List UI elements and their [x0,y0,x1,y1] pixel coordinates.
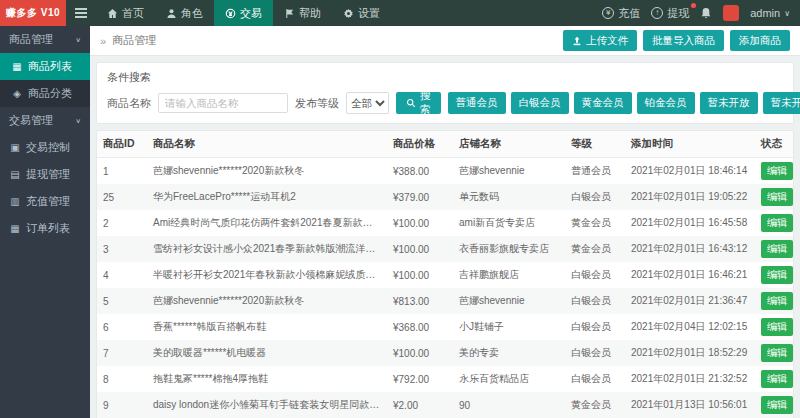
breadcrumb-bar: » 商品管理 上传文件 批量导入商品 添加商品 [90,26,800,56]
product-price: ¥368.00 [387,314,453,340]
sidebar-item[interactable]: 交易管理∨ [0,107,90,134]
product-price: ¥379.00 [387,184,453,210]
member-level: 白银会员 [565,184,625,210]
sidebar-item[interactable]: ▦订单列表 [0,215,90,242]
product-name: daisy london迷你小雏菊耳钉手链套装女明星同款项链吊坠七夕礼物套装 [147,392,387,418]
column-header: 添加时间 [625,131,755,158]
created-time: 2021年02月01日 19:05:22 [625,184,755,210]
row-actions: 编辑删除 [755,184,793,210]
row-actions: 编辑删除 [755,288,793,314]
column-header: 商品名称 [147,131,387,158]
quick-filter-button[interactable]: 暂未开放 [700,92,758,114]
nav-item-label: 角色 [181,6,203,21]
product-id: 3 [97,236,147,262]
edit-button[interactable]: 编辑 [761,214,793,232]
row-actions: 编辑删除 [755,158,793,185]
quick-filter-button[interactable]: 铂金会员 [637,92,695,114]
app-logo: 赚多多 V10 [0,0,66,26]
store-name: ami新百货专卖店 [453,210,565,236]
product-name: 芭娜shevennie******2020新款秋冬 [147,158,387,185]
quick-filters: 普通会员白银会员黄金会员铂金会员暂未开放暂未开放 [448,92,800,114]
product-name: 拖鞋鬼冢*****棉拖4厚拖鞋 [147,366,387,392]
column-header: 等级 [565,131,625,158]
sidebar-item[interactable]: ▦商品列表 [0,53,90,80]
created-time: 2021年02月01日 16:43:12 [625,236,755,262]
nav-item-home[interactable]: 首页 [96,0,155,26]
chevron-down-icon: ∨ [75,36,81,43]
chevron-down-icon: ∨ [75,117,81,124]
member-level: 黄金会员 [565,392,625,418]
content: 条件搜索 商品名称 发布等级 全部 搜 索 普通会员白银会员黄金会员铂金会员暂未… [90,56,800,418]
menu-item-icon: ▦ [11,61,23,72]
menu-item-icon: ◈ [11,88,23,99]
sidebar-item-label: 订单列表 [26,221,70,236]
store-name: 衣香丽影旗舰专卖店 [453,236,565,262]
member-level: 白银会员 [565,288,625,314]
edit-button[interactable]: 编辑 [761,240,793,258]
upload-file-button[interactable]: 上传文件 [563,30,637,51]
breadcrumb: 商品管理 [112,33,156,48]
gear-icon [343,8,354,19]
created-time: 2021年01月13日 10:56:01 [625,392,755,418]
bell-icon[interactable] [700,7,712,19]
sidebar-item[interactable]: ▣交易控制 [0,134,90,161]
edit-button[interactable]: 编辑 [761,318,793,336]
row-actions: 编辑删除 [755,340,793,366]
search-row: 商品名称 发布等级 全部 搜 索 普通会员白银会员黄金会员铂金会员暂未开放暂未开… [107,92,783,114]
publish-level-label: 发布等级 [295,96,339,111]
quick-filter-button[interactable]: 普通会员 [448,92,506,114]
product-name: Ami经典时尚气质印花仿两件套斜2021春夏新款短款上衣薄 [147,210,387,236]
sidebar-item[interactable]: ▤提现管理 [0,161,90,188]
product-price: ¥388.00 [387,158,453,185]
column-header: 状态 [755,131,793,158]
sidebar-item[interactable]: ▥充值管理 [0,188,90,215]
sidebar-item[interactable]: ◈商品分类 [0,80,90,107]
add-product-button[interactable]: 添加商品 [730,30,790,51]
page-actions: 上传文件 批量导入商品 添加商品 [563,30,790,51]
edit-button[interactable]: 编辑 [761,292,793,310]
store-name: 单元数码 [453,184,565,210]
nav-item-trade[interactable]: 交易 [214,0,273,26]
nav-item-help[interactable]: 帮助 [273,0,332,26]
user-menu[interactable]: admin ∨ [750,7,790,19]
product-name: 半暖衬衫开衫女2021年春秋新款小领棉麻妮绒质外翻长袖毛上衣女 [147,262,387,288]
nav-item-label: 首页 [122,6,144,21]
member-level: 白银会员 [565,314,625,340]
row-actions: 编辑删除 [755,262,793,288]
withdraw-link[interactable]: ↑ 提现 [651,6,689,21]
product-name-label: 商品名称 [107,96,151,111]
topbar: 赚多多 V10 首页角色交易帮助设置 ¥ 充值 ↑ 提现 admin ∨ [0,0,800,26]
user-avatar[interactable] [723,5,739,21]
edit-button[interactable]: 编辑 [761,188,793,206]
row-actions: 编辑删除 [755,392,793,418]
row-actions: 编辑删除 [755,236,793,262]
edit-button[interactable]: 编辑 [761,370,793,388]
edit-button[interactable]: 编辑 [761,396,793,414]
quick-filter-button[interactable]: 白银会员 [511,92,569,114]
member-level: 白银会员 [565,262,625,288]
search-button[interactable]: 搜 索 [396,92,441,114]
recharge-link[interactable]: ¥ 充值 [602,6,640,21]
table-row: 7美的取暖器******机电暖器¥100.00美的专卖白银会员2021年02月0… [97,340,793,366]
sidebar-item-label: 提现管理 [26,167,70,182]
created-time: 2021年02月01日 18:46:14 [625,158,755,185]
product-name-input[interactable] [158,93,288,113]
edit-button[interactable]: 编辑 [761,162,793,180]
product-id: 9 [97,392,147,418]
product-name: 芭娜shevennie******2020新款秋冬 [147,288,387,314]
column-header: 商品价格 [387,131,453,158]
quick-filter-button[interactable]: 黄金会员 [574,92,632,114]
topbar-right: ¥ 充值 ↑ 提现 admin ∨ [602,0,800,26]
sidebar-item[interactable]: 商品管理∨ [0,26,90,53]
store-name: 吉祥鹏旗舰店 [453,262,565,288]
publish-level-select[interactable]: 全部 [346,92,389,114]
nav-item-label: 交易 [240,6,262,21]
hamburger-menu-icon[interactable] [66,0,96,26]
edit-button[interactable]: 编辑 [761,344,793,362]
edit-button[interactable]: 编辑 [761,266,793,284]
nav-item-gear[interactable]: 设置 [332,0,391,26]
quick-filter-button[interactable]: 暂未开放 [763,92,800,114]
row-actions: 编辑删除 [755,314,793,340]
batch-import-button[interactable]: 批量导入商品 [643,30,724,51]
nav-item-user[interactable]: 角色 [155,0,214,26]
